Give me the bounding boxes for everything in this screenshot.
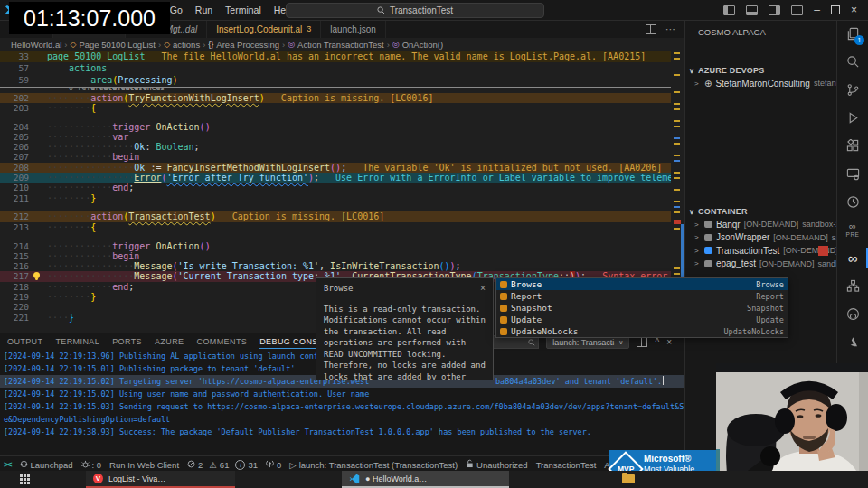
more-actions-icon[interactable]: ⋯ (665, 23, 675, 35)
azure-icon[interactable] (837, 328, 868, 356)
codelens[interactable]: 0 references (0, 113, 671, 122)
debug-count[interactable]: : 0 (81, 460, 102, 470)
panel-close-icon[interactable]: × (666, 337, 672, 347)
section-header[interactable]: ∨CONTAINER (685, 205, 836, 218)
panel-tab-ports[interactable]: PORTS (112, 337, 142, 346)
menu-terminal[interactable]: Terminal (219, 5, 268, 15)
run-in-web-client-button[interactable]: Run In Web Client (109, 460, 179, 470)
tree-item-transactiontest[interactable]: >TransactionTest[ON-DEMAND]… (685, 244, 836, 258)
tree-item-jsonwrapper[interactable]: >JsonWrapper[ON-DEMAND]sandb… (685, 231, 836, 245)
code-line-213[interactable]: 213········{ (0, 222, 671, 232)
breadcrumb-item[interactable]: ◎OnAction() (392, 40, 443, 50)
split-editor-icon[interactable] (646, 24, 656, 34)
panel-tab-azure[interactable]: AZURE (155, 337, 184, 346)
breadcrumb[interactable]: HelloWorld.al›◇Page 50100 LogList›◇actio… (0, 38, 695, 51)
code-line-204[interactable]: 204············trigger OnAction() (0, 122, 671, 132)
taskbar-vivaldi-window[interactable]: V LogList - Viva… (86, 471, 235, 488)
tree-item-banqr[interactable]: >Banqr[ON-DEMAND]sandbox-24.4… (685, 218, 836, 231)
console-line[interactable]: [2024-09-14 22:19:15.02] Using user name… (0, 388, 684, 400)
tree-item-epag_test[interactable]: >epag_test[ON-DEMAND]sandbox… (685, 258, 836, 271)
toggle-panel-icon[interactable] (746, 5, 758, 15)
section-header[interactable]: ∨AZURE DEVOPS (685, 64, 836, 77)
code-line-212[interactable]: 212········action(TransactionTest)Captio… (0, 211, 671, 221)
menu-run[interactable]: Run (189, 5, 219, 15)
toggle-sidebar-icon[interactable] (723, 5, 735, 15)
file-explorer-icon[interactable] (622, 474, 635, 483)
run-debug-icon[interactable] (837, 104, 868, 132)
cosmo-alpaca-icon[interactable]: ∞ (837, 244, 868, 272)
breadcrumb-item[interactable]: {}Area Processing (208, 40, 279, 50)
scrollbar-thumb[interactable] (681, 224, 684, 282)
breadcrumb-item[interactable]: HelloWorld.al (11, 40, 61, 50)
start-menu-icon[interactable] (20, 474, 30, 484)
console-line[interactable]: e&DependencyPublishingOption=default (0, 413, 684, 426)
breadcrumb-item[interactable]: ◎Action TransactionTest (288, 40, 383, 50)
al-clock-icon[interactable] (837, 188, 868, 216)
sidebar-more-icon[interactable]: ··· (818, 27, 830, 37)
problems-summary[interactable]: 2⚠61i31 (187, 460, 258, 470)
command-center-search[interactable]: TransactionTest (286, 3, 544, 18)
panel-tab-comments[interactable]: COMMENTS (196, 337, 247, 346)
code-line-209[interactable]: 209················Error('Error after Tr… (0, 173, 671, 183)
console-line[interactable]: [2024-09-14 22:19:15.03] Sending request… (0, 400, 684, 413)
code-line-59[interactable]: 59 area(Processing) (0, 74, 671, 86)
code-line-214[interactable]: 214············trigger OnAction() (0, 241, 671, 251)
panel-tab-output[interactable]: OUTPUT (7, 337, 42, 346)
suggest-item-snapshot[interactable]: SnapshotSnapshot (496, 302, 788, 314)
panel-tab-terminal[interactable]: TERMINAL (55, 337, 99, 346)
code-line-216[interactable]: 216················Message('Is write Tra… (0, 261, 671, 271)
breadcrumb-item[interactable]: ◇Page 50100 LogList (71, 40, 156, 50)
panel-split-icon[interactable] (637, 337, 647, 347)
project-name[interactable]: TransactionTest (536, 460, 597, 470)
toggle-secondary-sidebar-icon[interactable] (769, 5, 780, 15)
codelens[interactable]: 0 references (0, 232, 671, 241)
close-button[interactable]: × (851, 4, 857, 16)
code-line-203[interactable]: 203········{ (0, 103, 671, 113)
extensions-icon[interactable] (837, 132, 868, 160)
launchpad-button[interactable]: Launchpad (20, 460, 73, 470)
code-line-206[interactable]: 206················Ok: Boolean; (0, 142, 671, 152)
suggest-item-updatenolocks[interactable]: UpdateNoLocksUpdateNoLocks (496, 325, 788, 337)
code-line-210[interactable]: 210············end; (0, 183, 671, 192)
code-line-208[interactable]: 208················Ok := FancyInsertMeth… (0, 163, 671, 173)
github-icon[interactable] (837, 300, 868, 328)
ruler-mark (674, 91, 680, 93)
organization-icon[interactable] (837, 272, 868, 300)
tab-launch-json[interactable]: launch.json (321, 20, 386, 38)
codelens[interactable]: 1 reference (0, 203, 671, 212)
panel-maximize-icon[interactable]: ^ (655, 337, 659, 347)
sidebar-section-container: ∨CONTAINER>Banqr[ON-DEMAND]sandbox-24.4…… (685, 205, 836, 270)
code-line-207[interactable]: 207············begin (0, 152, 671, 162)
auth-status[interactable]: Unauthorized (466, 459, 528, 470)
tab-insertlog-codeunit-al[interactable]: InsertLog.Codeunit.al3 (207, 20, 321, 38)
infinity-pre-icon[interactable]: ∞PRE (837, 216, 868, 244)
breadcrumb-item[interactable]: ◇actions (164, 40, 200, 50)
console-line[interactable]: [2024-09-14 22:19:38.93] Success: The pa… (0, 426, 684, 438)
suggest-item-update[interactable]: UpdateUpdate (496, 314, 788, 325)
tab-label: launch.json (330, 24, 376, 34)
vscode-window-label: ● HelloWorld.a… (365, 474, 427, 483)
maximize-button[interactable] (831, 5, 840, 14)
inline-diagnostic: Use Error with a ErrorInfo or Label vari… (335, 173, 684, 183)
suggest-item-report[interactable]: ReportReport (496, 290, 788, 302)
taskbar-vscode-window[interactable]: ● HelloWorld.a… (342, 471, 509, 488)
remote-explorer-icon[interactable] (837, 160, 868, 188)
quick-fix-lightbulb-icon[interactable] (33, 272, 40, 278)
remote-indicator-icon[interactable]: >< (4, 460, 12, 469)
code-line-57[interactable]: 57 actions (0, 62, 671, 74)
code-line-215[interactable]: 215············begin (0, 251, 671, 261)
suggest-item-browse[interactable]: BrowseBrowse (496, 278, 788, 290)
code-line-205[interactable]: 205············var (0, 132, 671, 142)
code-line-202[interactable]: 202········action(TryFunctionWithLogInse… (0, 93, 671, 103)
tree-item-stefanmaronconsulting[interactable]: >⊕StefanMaronConsultingstefanm… (685, 77, 836, 90)
ports-forwarded[interactable]: 0 (266, 460, 281, 470)
minimize-button[interactable]: – (814, 4, 820, 16)
code-line-211[interactable]: 211········} (0, 193, 671, 203)
tooltip-close-icon[interactable]: × (480, 283, 486, 295)
launch-status[interactable]: ▷launch: TransactionTest (TransactionTes… (289, 460, 458, 470)
source-control-icon[interactable] (837, 76, 868, 104)
search-icon[interactable] (837, 48, 868, 76)
code-line-33[interactable]: 33page 50100 LogListThe file HelloWorld.… (0, 51, 671, 62)
customize-layout-icon[interactable] (791, 5, 803, 15)
explorer-icon[interactable]: 1 (837, 20, 868, 48)
